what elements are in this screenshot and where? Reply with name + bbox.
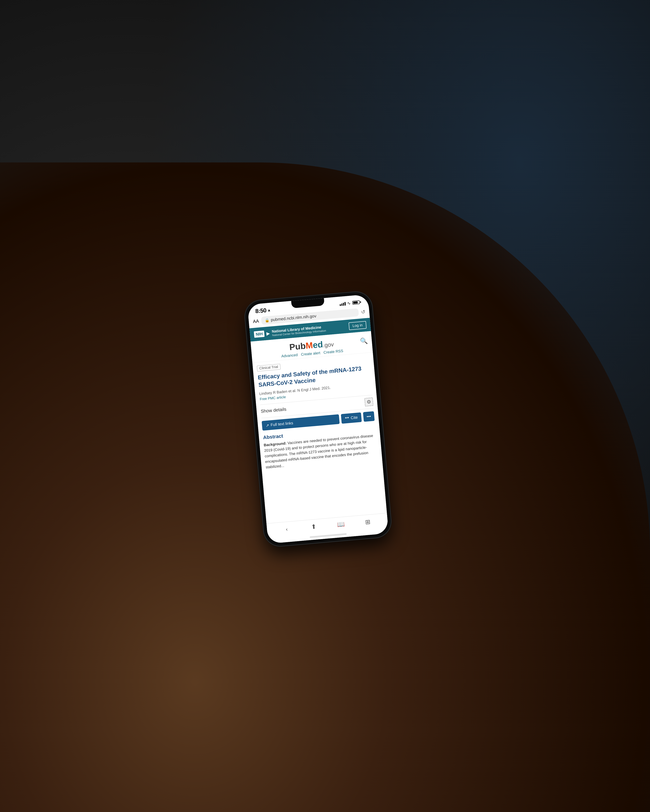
full-text-links-label: Full text links (271, 421, 293, 427)
nih-chevron-icon: ▶ (266, 331, 270, 336)
pubmed-pub-text: Pub (289, 341, 306, 352)
status-time: 8:50 (255, 307, 267, 314)
pubmed-dot-icon: M (305, 340, 313, 351)
bookmarks-icon[interactable]: 📖 (334, 520, 347, 529)
pubmed-med-box: M (305, 340, 313, 351)
back-icon[interactable]: ‹ (280, 524, 293, 534)
url-text: pubmed.ncbi.nlm.nih.gov (271, 314, 317, 322)
cite-icon: ❝❝ (345, 416, 349, 421)
cite-label: Cite (350, 415, 358, 420)
share-icon[interactable]: ⬆ (307, 522, 320, 531)
nih-name-block: National Library of Medicine National Ce… (271, 325, 326, 337)
pubmed-create-alert-link[interactable]: Create alert (301, 351, 320, 357)
refresh-icon[interactable]: ↺ (361, 309, 365, 315)
nih-logo-box: NIH (254, 330, 265, 337)
more-icon: ••• (366, 414, 371, 419)
pubmed-gov-text: .gov (323, 341, 334, 348)
nih-login-button[interactable]: Log in (348, 321, 366, 330)
phone-screen: 8:50 ▲ ∿ AA (247, 294, 388, 544)
show-details-label[interactable]: Show details (260, 407, 286, 414)
pubmed-advanced-link[interactable]: Advanced (281, 353, 298, 359)
abstract-background-label: Background: (263, 441, 286, 447)
clinical-trial-badge: Clinical Trial (257, 364, 280, 371)
gear-button[interactable]: ⚙ (364, 398, 373, 406)
status-icons: ∿ (339, 300, 361, 307)
full-text-links-icon: ↗ (266, 423, 269, 428)
location-icon: ▲ (267, 308, 271, 312)
battery-icon (352, 300, 361, 305)
pubmed-create-rss-link[interactable]: Create RSS (323, 349, 343, 355)
main-content: Pub M ed .gov 🔍 Advanced Create alert Cr… (251, 331, 388, 543)
cite-button[interactable]: ❝❝ Cite (341, 412, 362, 424)
aa-button[interactable]: AA (252, 318, 259, 324)
pubmed-med-text: ed (312, 339, 323, 350)
pubmed-search-icon[interactable]: 🔍 (359, 337, 368, 345)
more-button[interactable]: ••• (363, 411, 375, 421)
wifi-icon: ∿ (347, 301, 351, 305)
abstract-section: Abstract Background: Vaccines are needed… (263, 425, 378, 472)
phone-device: 8:50 ▲ ∿ AA (244, 291, 392, 547)
signal-bars-icon (340, 301, 346, 306)
tabs-icon[interactable]: ⊞ (361, 517, 374, 527)
lock-icon: 🔒 (264, 318, 269, 323)
phone-body: 8:50 ▲ ∿ AA (244, 291, 392, 547)
nih-logo-text: NIH (255, 331, 263, 337)
gear-icon: ⚙ (366, 399, 371, 405)
article-section: Clinical Trial Efficacy and Safety of th… (252, 353, 387, 524)
